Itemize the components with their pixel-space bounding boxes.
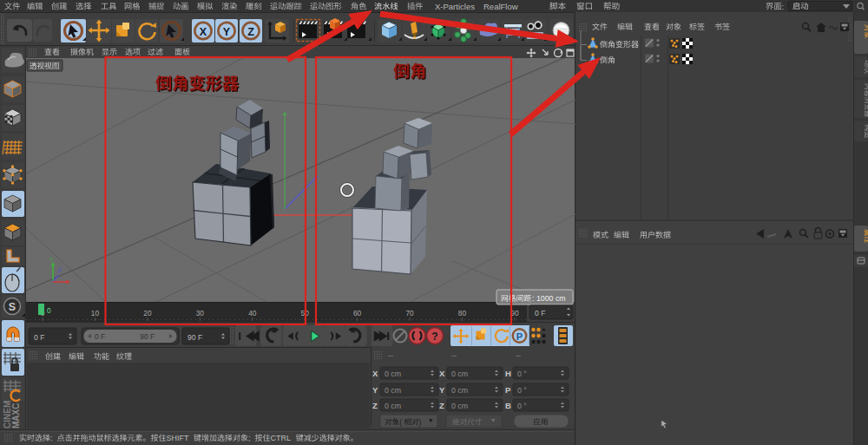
svg-text:0 F: 0 F bbox=[95, 332, 105, 341]
svg-text:P: P bbox=[505, 385, 511, 395]
svg-text:Y: Y bbox=[223, 26, 231, 38]
svg-text:(: ( bbox=[399, 418, 402, 427]
svg-text:MAXC: MAXC bbox=[11, 403, 21, 429]
svg-text:0 °: 0 ° bbox=[517, 402, 527, 410]
svg-text:Z: Z bbox=[372, 401, 378, 410]
svg-text:CTRL: CTRL bbox=[271, 434, 292, 442]
svg-text:--: -- bbox=[516, 351, 521, 360]
svg-text:0 cm: 0 cm bbox=[385, 402, 401, 410]
svg-text:70: 70 bbox=[405, 309, 414, 317]
svg-text:X: X bbox=[200, 26, 207, 38]
svg-text:90 F: 90 F bbox=[187, 333, 202, 342]
svg-text:90 F: 90 F bbox=[140, 332, 155, 341]
svg-text:X: X bbox=[439, 369, 445, 378]
svg-text:0 F: 0 F bbox=[535, 309, 545, 317]
svg-text:80: 80 bbox=[458, 309, 467, 317]
svg-text:0 cm: 0 cm bbox=[451, 386, 468, 395]
svg-text:0 cm: 0 cm bbox=[385, 370, 401, 378]
svg-text:): ) bbox=[419, 418, 422, 427]
svg-text:B: B bbox=[505, 401, 511, 410]
svg-text:Z: Z bbox=[439, 401, 444, 410]
svg-text:60: 60 bbox=[353, 309, 362, 317]
svg-text:;: ; bbox=[248, 434, 251, 442]
svg-text:Y: Y bbox=[439, 385, 445, 395]
svg-text:40: 40 bbox=[248, 309, 257, 317]
svg-text:P: P bbox=[516, 331, 523, 342]
svg-text:0 cm: 0 cm bbox=[451, 402, 468, 410]
svg-text:10: 10 bbox=[91, 309, 100, 317]
svg-text:--: -- bbox=[451, 351, 457, 360]
svg-text:RealFlow: RealFlow bbox=[483, 2, 518, 11]
svg-text:X-Particles: X-Particles bbox=[435, 2, 475, 11]
svg-text:Z: Z bbox=[247, 26, 254, 38]
svg-text:0 F: 0 F bbox=[34, 333, 44, 342]
svg-text:0 cm: 0 cm bbox=[451, 370, 468, 378]
svg-text::: : bbox=[782, 3, 785, 11]
svg-text::: : bbox=[50, 434, 53, 442]
svg-text:--: -- bbox=[388, 351, 393, 360]
svg-text:X: X bbox=[372, 369, 378, 378]
svg-text:H: H bbox=[505, 369, 511, 378]
svg-text:20: 20 bbox=[143, 309, 152, 317]
svg-text:CINEM: CINEM bbox=[3, 401, 12, 429]
svg-text:SHIFT: SHIFT bbox=[167, 434, 190, 442]
svg-text:30: 30 bbox=[196, 309, 205, 317]
svg-text:Z: Z bbox=[58, 267, 62, 273]
svg-text:0 °: 0 ° bbox=[517, 386, 527, 395]
svg-text:S: S bbox=[9, 301, 16, 313]
svg-text:?: ? bbox=[431, 330, 437, 343]
svg-text:0 cm: 0 cm bbox=[385, 386, 401, 395]
svg-text:0 °: 0 ° bbox=[517, 370, 527, 378]
svg-text:0: 0 bbox=[47, 306, 51, 315]
svg-text:Y: Y bbox=[372, 385, 378, 395]
svg-text:: 1000 cm: : 1000 cm bbox=[532, 294, 566, 303]
svg-text:Y: Y bbox=[49, 257, 54, 263]
